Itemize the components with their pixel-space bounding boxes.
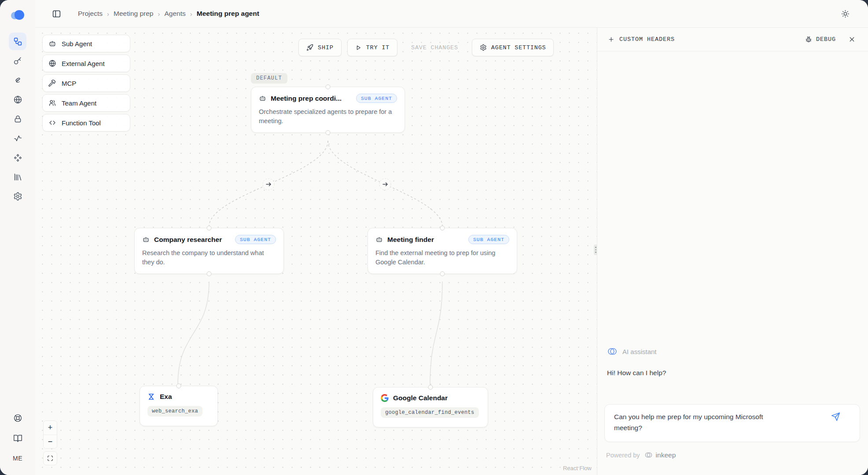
inkeep-logo-small	[644, 451, 653, 459]
palette-sub-agent[interactable]: Sub Agent	[42, 35, 130, 52]
fit-view-button[interactable]	[43, 451, 57, 465]
bot-icon	[259, 95, 266, 102]
assistant-message: Hi! How can I help?	[607, 369, 666, 377]
close-icon[interactable]	[848, 36, 856, 43]
powered-by-row[interactable]: Powered by inkeep	[606, 451, 676, 459]
exa-logo	[147, 393, 155, 401]
chat-panel: CUSTOM HEADERS DEBUG AI assistant Hi!	[597, 28, 868, 475]
breadcrumb-agents[interactable]: Agents	[164, 10, 185, 18]
rail-nav	[9, 33, 26, 205]
custom-headers-button[interactable]: CUSTOM HEADERS	[608, 36, 675, 43]
node-handle-bottom[interactable]	[440, 271, 445, 276]
edge-arrow-badge[interactable]	[379, 179, 391, 190]
agent-settings-button[interactable]: AGENT SETTINGS	[472, 39, 554, 56]
node-company-researcher[interactable]: Company researcher SUB AGENT Research th…	[134, 228, 284, 274]
ship-button[interactable]: SHIP	[298, 39, 342, 56]
app-window: ME Projects › Meeting prep › Agents › Me…	[0, 0, 868, 475]
breadcrumb-current: Meeting prep agent	[197, 10, 259, 18]
breadcrumb-separator: ›	[103, 10, 114, 18]
react-flow-attribution[interactable]: React Flow	[563, 465, 592, 471]
powered-by-label: Powered by	[606, 452, 640, 459]
node-title: Google Calendar	[393, 394, 448, 402]
palette-external-agent[interactable]: External Agent	[42, 55, 130, 72]
node-meeting-prep-coordinator[interactable]: Meeting prep coordi... SUB AGENT Orchest…	[251, 87, 405, 133]
assistant-row: AI assistant	[607, 346, 657, 357]
hammer-icon	[48, 79, 56, 87]
node-meeting-finder[interactable]: Meeting finder SUB AGENT Find the extern…	[368, 228, 517, 274]
node-title: Meeting finder	[387, 236, 434, 244]
chat-input-value[interactable]: Can you help me prep for my upcoming Mic…	[614, 412, 781, 434]
node-exa[interactable]: Exa web_search_exa	[140, 386, 218, 426]
palette-item-label: MCP	[62, 80, 76, 87]
tool-chip: web_search_exa	[147, 406, 202, 417]
node-handle-top[interactable]	[428, 385, 433, 390]
chat-input[interactable]: Can you help me prep for my upcoming Mic…	[604, 404, 860, 442]
edge-arrow-badge[interactable]	[263, 179, 274, 190]
node-handle-top[interactable]	[440, 226, 445, 230]
palette-mcp[interactable]: MCP	[42, 74, 130, 92]
users-icon	[48, 99, 56, 107]
breadcrumb-separator: ›	[153, 10, 164, 18]
chat-panel-header: CUSTOM HEADERS DEBUG	[597, 28, 868, 51]
palette-item-label: Function Tool	[62, 119, 101, 127]
breadcrumb: Projects › Meeting prep › Agents › Meeti…	[78, 10, 259, 18]
nav-globe-icon[interactable]	[9, 91, 26, 108]
inkeep-brand-label: inkeep	[656, 451, 676, 459]
zoom-in-button[interactable]: +	[44, 421, 57, 435]
nav-key-icon[interactable]	[9, 52, 26, 69]
save-changes-label: SAVE CHANGES	[411, 44, 458, 51]
palette-function-tool[interactable]: Function Tool	[42, 114, 130, 132]
palette-team-agent[interactable]: Team Agent	[42, 94, 130, 112]
zoom-controls: + −	[43, 420, 57, 465]
breadcrumb-projects[interactable]: Projects	[78, 10, 103, 18]
bot-icon	[142, 236, 150, 243]
nav-activity-icon[interactable]	[9, 129, 26, 147]
inkeep-assistant-icon	[607, 346, 618, 357]
nav-library-icon[interactable]	[9, 168, 26, 186]
nav-components-icon[interactable]	[9, 149, 26, 166]
node-description: Research the company to understand what …	[142, 248, 276, 267]
debug-button[interactable]: DEBUG	[805, 36, 836, 43]
flow-canvas[interactable]: Sub Agent External Agent MCP Team Agent	[35, 28, 597, 475]
palette-item-label: External Agent	[62, 60, 105, 67]
debug-label: DEBUG	[816, 36, 836, 43]
node-handle-bottom[interactable]	[326, 130, 331, 135]
edge-researcher-to-exa	[178, 281, 209, 385]
bot-icon	[375, 236, 383, 243]
node-handle-top[interactable]	[326, 84, 331, 89]
node-palette: Sub Agent External Agent MCP Team Agent	[42, 35, 130, 132]
node-title: Exa	[160, 393, 172, 401]
node-title: Meeting prep coordi...	[271, 95, 342, 102]
nav-traces-icon[interactable]	[9, 71, 26, 89]
help-icon[interactable]	[9, 409, 26, 427]
try-it-button[interactable]: TRY IT	[347, 39, 397, 56]
node-handle-top[interactable]	[207, 226, 212, 230]
plus-icon	[608, 36, 614, 43]
nav-lock-icon[interactable]	[9, 110, 26, 128]
user-avatar[interactable]: ME	[9, 449, 26, 467]
panel-toggle-icon[interactable]	[52, 9, 61, 18]
palette-item-label: Sub Agent	[62, 40, 92, 48]
assistant-label: AI assistant	[622, 348, 657, 355]
ship-label: SHIP	[318, 44, 334, 51]
send-icon[interactable]	[831, 412, 840, 421]
bug-icon	[805, 36, 812, 43]
nav-settings-icon[interactable]	[9, 187, 26, 205]
nav-workflow-icon[interactable]	[9, 33, 26, 50]
zoom-out-button[interactable]: −	[44, 435, 57, 448]
sub-agent-badge: SUB AGENT	[468, 235, 509, 244]
breadcrumb-meeting-prep[interactable]: Meeting prep	[114, 10, 153, 18]
docs-book-icon[interactable]	[9, 429, 26, 447]
save-changes-button[interactable]: SAVE CHANGES	[403, 39, 466, 56]
node-google-calendar[interactable]: Google Calendar google_calendar_find_eve…	[373, 387, 488, 428]
palette-item-label: Team Agent	[62, 99, 96, 107]
node-handle-bottom[interactable]	[207, 271, 212, 276]
top-bar: Projects › Meeting prep › Agents › Meeti…	[35, 0, 868, 28]
node-description: Find the external meeting to prep for us…	[375, 248, 509, 267]
default-chip: DEFAULT	[251, 73, 287, 84]
bot-icon	[48, 40, 56, 48]
sub-agent-badge: SUB AGENT	[356, 94, 397, 103]
theme-sun-icon[interactable]	[841, 10, 850, 18]
node-handle-top[interactable]	[177, 384, 181, 388]
play-icon	[355, 44, 362, 51]
